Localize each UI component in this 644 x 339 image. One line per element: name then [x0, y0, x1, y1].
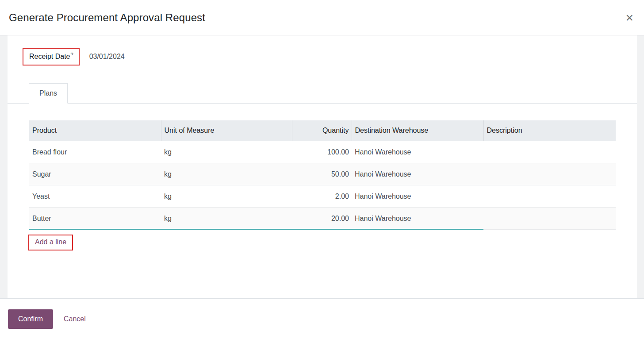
procurement-approval-dialog: Generate Procurement Approval Request × … — [0, 0, 644, 339]
cell-uom[interactable]: kg — [161, 208, 292, 230]
table-row: Yeast kg 2.00 Hanoi Warehouse — [29, 185, 616, 208]
tab-plans[interactable]: Plans — [29, 83, 68, 104]
column-header-description[interactable]: Description — [483, 120, 616, 141]
plans-table-area: Product Unit of Measure Quantity Destina… — [29, 120, 616, 256]
table-header-row: Product Unit of Measure Quantity Destina… — [29, 120, 616, 141]
cancel-button[interactable]: Cancel — [64, 315, 86, 323]
cell-warehouse[interactable]: Hanoi Warehouse — [352, 141, 483, 163]
cell-product[interactable]: Butter — [29, 208, 161, 230]
close-icon: × — [625, 10, 633, 25]
cell-quantity[interactable]: 2.00 — [292, 185, 352, 208]
cell-product[interactable]: Sugar — [29, 163, 161, 185]
cell-description[interactable] — [483, 163, 616, 185]
add-line-row: Add a line — [29, 229, 616, 256]
column-header-product[interactable]: Product — [29, 120, 161, 141]
cell-description[interactable] — [483, 185, 616, 208]
receipt-date-label-text: Receipt Date — [29, 53, 70, 60]
cell-description[interactable] — [483, 141, 616, 163]
dialog-footer: Confirm Cancel — [0, 298, 644, 339]
cell-uom[interactable]: kg — [161, 141, 292, 163]
help-question-marker: ? — [71, 52, 73, 57]
cell-uom[interactable]: kg — [161, 163, 292, 185]
cell-product[interactable]: Yeast — [29, 185, 161, 208]
cell-warehouse[interactable]: Hanoi Warehouse — [352, 163, 483, 185]
close-button[interactable]: × — [623, 10, 636, 25]
add-a-line-button[interactable]: Add a line — [35, 238, 66, 246]
cell-quantity[interactable]: 100.00 — [292, 141, 352, 163]
cell-warehouse[interactable]: Hanoi Warehouse — [352, 185, 483, 208]
receipt-date-field-row: Receipt Date? 03/01/2024 — [8, 35, 637, 65]
confirm-button[interactable]: Confirm — [8, 309, 53, 329]
dialog-body-margin: Receipt Date? 03/01/2024 Plans Product U… — [0, 35, 644, 298]
cell-uom[interactable]: kg — [161, 185, 292, 208]
cell-quantity[interactable]: 50.00 — [292, 163, 352, 185]
receipt-date-label: Receipt Date? — [29, 53, 73, 60]
table-row: Sugar kg 50.00 Hanoi Warehouse — [29, 163, 616, 185]
plans-table: Product Unit of Measure Quantity Destina… — [29, 120, 616, 256]
column-header-quantity[interactable]: Quantity — [292, 120, 352, 141]
cell-warehouse[interactable]: Hanoi Warehouse — [352, 208, 483, 230]
cell-quantity[interactable]: 20.00 — [292, 208, 352, 230]
dialog-header: Generate Procurement Approval Request × — [0, 0, 644, 35]
column-header-warehouse[interactable]: Destination Warehouse — [352, 120, 483, 141]
annotation-box-add-line: Add a line — [28, 235, 73, 250]
notebook-tab-bar: Plans — [8, 83, 637, 104]
column-header-uom[interactable]: Unit of Measure — [161, 120, 292, 141]
dialog-title: Generate Procurement Approval Request — [9, 12, 205, 24]
table-row: Bread flour kg 100.00 Hanoi Warehouse — [29, 141, 616, 163]
dialog-body: Receipt Date? 03/01/2024 Plans Product U… — [8, 35, 637, 298]
annotation-box-receipt-date: Receipt Date? — [23, 48, 80, 65]
cell-product[interactable]: Bread flour — [29, 141, 161, 163]
table-row-focused: Butter kg 20.00 Hanoi Warehouse — [29, 208, 616, 230]
cell-description[interactable] — [483, 208, 616, 230]
receipt-date-value[interactable]: 03/01/2024 — [89, 53, 125, 61]
